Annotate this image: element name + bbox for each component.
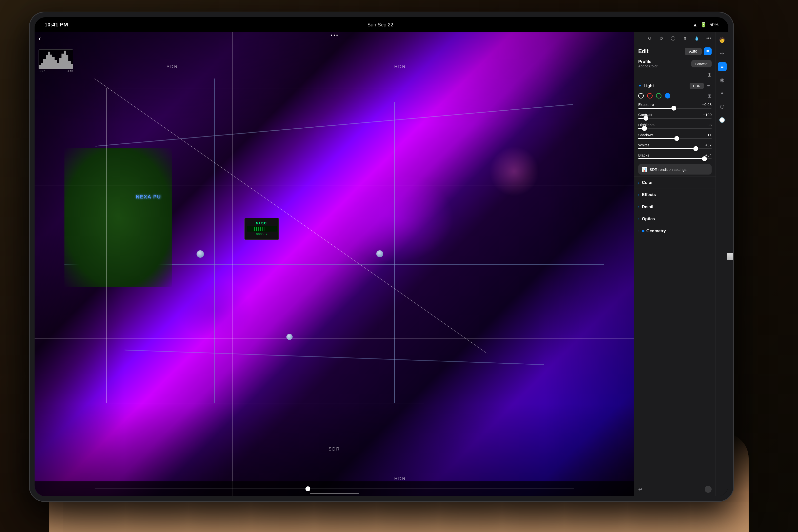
histogram-area[interactable]: SDR HDR <box>39 50 73 69</box>
info-button[interactable]: ⓘ <box>669 35 677 42</box>
blacks-track[interactable] <box>638 158 711 159</box>
light-label: Light <box>644 83 654 88</box>
top-center-menu[interactable] <box>331 35 338 36</box>
channel-green[interactable] <box>656 93 662 98</box>
auto-button[interactable]: Auto <box>685 48 702 55</box>
side-icon-crop[interactable]: ⊹ <box>718 49 727 58</box>
crop-box <box>107 88 424 403</box>
side-icon-masking[interactable]: ⬡ <box>718 102 727 111</box>
highlights-label: Highlights <box>638 123 654 127</box>
geometry-active-dot <box>642 230 644 232</box>
battery-icon: 🔋 <box>701 22 707 27</box>
sdr-rendition-button[interactable]: 📊 SDR rendition settings <box>638 164 711 174</box>
adjust-icon-row: ⊕ <box>634 70 716 80</box>
shadows-label: Shadows <box>638 133 653 137</box>
effects-section-header[interactable]: › Effects <box>634 189 716 201</box>
highlights-thumb[interactable] <box>642 126 647 131</box>
img-hdr-top-label: HDR <box>394 64 406 69</box>
highlights-track[interactable] <box>638 128 711 129</box>
whites-fill <box>638 148 696 149</box>
hist-bar-4 <box>46 55 48 69</box>
hist-hdr-label: HDR <box>66 70 73 73</box>
exposure-thumb[interactable] <box>671 106 676 111</box>
browse-button[interactable]: Browse <box>691 60 711 68</box>
light-controls: HDR ✒ <box>690 82 711 90</box>
channel-all[interactable] <box>638 93 644 98</box>
hist-bar-11 <box>61 54 64 69</box>
panel-bottom-icons: ↩ i <box>634 482 716 496</box>
hist-bar-7 <box>52 57 55 69</box>
usbc-connector <box>727 253 733 260</box>
whites-track[interactable] <box>638 148 711 149</box>
exposure-track[interactable] <box>638 108 711 109</box>
ipad-screen: 10:41 PM Sun Sep 22 ▲ 🔋 50% ‹ <box>35 17 728 496</box>
side-icon-sliders-active[interactable]: ≡ <box>718 62 727 71</box>
channel-grid-icon[interactable]: ⊞ <box>707 93 711 99</box>
photo-area[interactable]: ‹ <box>35 32 634 496</box>
scene: 10:41 PM Sun Sep 22 ▲ 🔋 50% ‹ <box>0 0 798 532</box>
hist-bar-1 <box>39 65 41 69</box>
dot-1 <box>331 35 332 36</box>
undo-button[interactable]: ↺ <box>657 35 665 42</box>
profile-info: Profile Adobe Color <box>638 59 658 68</box>
whites-thumb[interactable] <box>693 146 698 151</box>
whites-label: Whites <box>638 143 650 147</box>
contrast-track[interactable] <box>638 118 711 119</box>
hdr-button[interactable]: HDR <box>690 83 704 89</box>
panel-spacer <box>634 237 716 482</box>
share-button[interactable]: ⬆ <box>681 35 689 42</box>
optics-section-header[interactable]: › Optics <box>634 213 716 225</box>
hist-bar-15 <box>71 64 73 69</box>
reset-icon[interactable]: ↩ <box>638 486 643 492</box>
optics-chevron: › <box>638 217 640 221</box>
info-circle-icon[interactable]: i <box>705 486 711 493</box>
hist-bar-5 <box>48 52 50 69</box>
dot-3 <box>337 35 338 36</box>
adjust-icon[interactable]: ⊕ <box>707 72 711 78</box>
channel-red[interactable] <box>647 93 652 98</box>
detail-section-header[interactable]: › Detail <box>634 201 716 213</box>
eyedropper-button[interactable]: ✒ <box>706 82 711 90</box>
side-icon-presets[interactable]: 🕒 <box>718 116 727 125</box>
blacks-value: +84 <box>705 153 711 157</box>
shadows-thumb[interactable] <box>674 136 679 141</box>
side-icon-healing[interactable]: ✦ <box>718 89 727 98</box>
effects-title: Effects <box>642 192 656 197</box>
right-panel: ↻ ↺ ⓘ ⬆ 💧 ••• Edit Auto <box>634 32 716 496</box>
ipad-device: 10:41 PM Sun Sep 22 ▲ 🔋 50% ‹ <box>30 12 733 501</box>
shadows-track[interactable] <box>638 138 711 139</box>
filter-active-button[interactable]: ≡ <box>704 48 711 55</box>
side-icons-strip: 🧑 ⊹ ≡ ◉ ✦ ⬡ 🕒 <box>716 32 728 496</box>
light-section: ▼ Light HDR ✒ <box>634 80 716 177</box>
grid-v-1 <box>232 32 233 496</box>
img-hdr-bottom-label: HDR <box>394 476 406 481</box>
scrubber-thumb[interactable] <box>305 486 310 491</box>
profile-section: Profile Adobe Color Browse <box>634 57 716 70</box>
scrubber-track[interactable] <box>95 489 574 489</box>
hist-bar-9 <box>57 63 59 69</box>
color-section-header[interactable]: › Color <box>634 177 716 189</box>
side-icon-color-mix[interactable]: ◉ <box>718 76 727 84</box>
hist-bar-3 <box>43 59 45 69</box>
status-date: Sun Sep 22 <box>367 22 393 27</box>
blacks-fill <box>638 158 704 159</box>
panel-toolbar: ↻ ↺ ⓘ ⬆ 💧 ••• <box>634 32 716 45</box>
histogram-box <box>39 50 73 69</box>
back-button[interactable]: ‹ <box>39 35 41 42</box>
geometry-section-header[interactable]: › Geometry <box>634 225 716 237</box>
hist-bar-2 <box>41 63 43 69</box>
more-button[interactable]: ••• <box>705 35 712 42</box>
channel-blue[interactable] <box>665 93 670 98</box>
blacks-thumb[interactable] <box>702 156 707 161</box>
watermark-button[interactable]: 💧 <box>693 35 701 42</box>
color-channels: ⊞ <box>638 91 711 101</box>
contrast-thumb[interactable] <box>643 116 648 121</box>
profile-name: Adobe Color <box>638 64 658 68</box>
redo-button[interactable]: ↻ <box>645 35 653 42</box>
hist-bar-6 <box>50 55 52 69</box>
status-icons: ▲ 🔋 50% <box>692 22 719 27</box>
dot-2 <box>334 35 335 36</box>
color-chevron: › <box>638 181 640 185</box>
blacks-label-row: Blacks +84 <box>638 153 711 157</box>
side-icon-person[interactable]: 🧑 <box>718 36 727 44</box>
